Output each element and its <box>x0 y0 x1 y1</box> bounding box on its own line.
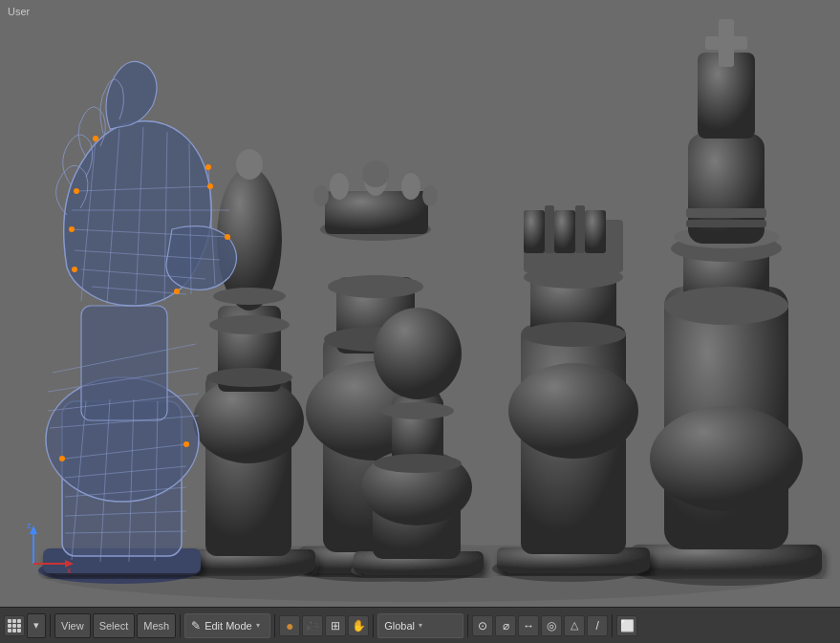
sphere-icon: ● <box>286 618 293 633</box>
proportional-icon[interactable]: ◎ <box>541 615 562 636</box>
select-menu-button[interactable]: Select <box>93 613 136 638</box>
shading-icon[interactable]: ● <box>279 615 300 636</box>
mesh-label: Mesh <box>143 620 169 632</box>
separator-6 <box>612 614 613 637</box>
transform-icon[interactable]: △ <box>564 615 585 636</box>
global-dropdown[interactable]: Global ▾ <box>377 613 463 638</box>
svg-rect-24 <box>554 210 575 253</box>
svg-point-41 <box>313 185 329 206</box>
svg-text:x: x <box>67 566 72 575</box>
svg-text:z: z <box>27 521 32 530</box>
view-label: View <box>61 620 84 632</box>
global-label: Global <box>384 620 415 632</box>
mirror-icon[interactable]: ↔ <box>518 615 539 636</box>
select-label: Select <box>99 620 129 632</box>
svg-point-92 <box>74 188 79 194</box>
separator-5 <box>467 614 468 637</box>
svg-point-19 <box>508 363 638 459</box>
svg-point-93 <box>207 183 213 189</box>
svg-point-28 <box>521 322 626 347</box>
svg-point-98 <box>183 441 189 447</box>
svg-point-97 <box>59 456 65 461</box>
svg-point-94 <box>69 226 75 232</box>
pan-icon[interactable]: ✋ <box>348 615 369 636</box>
svg-rect-15 <box>686 220 766 227</box>
slash-icon: / <box>595 619 598 632</box>
grid-menu-icon[interactable] <box>4 615 25 636</box>
separator-3 <box>274 614 275 637</box>
mode-label: Edit Mode <box>205 620 252 632</box>
svg-point-101 <box>205 164 211 170</box>
axis-indicator: z x <box>19 521 76 578</box>
mode-chevron-icon: ▾ <box>256 621 260 630</box>
triangle-icon: △ <box>571 619 578 632</box>
separator-2 <box>180 614 181 637</box>
mirror-arrows-icon: ↔ <box>523 619 534 632</box>
hand-icon: ✋ <box>352 619 366 632</box>
separator-1 <box>50 614 51 637</box>
mesh-menu-button[interactable]: Mesh <box>137 613 176 638</box>
viewport-icon: ⬜ <box>620 619 635 632</box>
edit-mode-icon: ✎ <box>191 619 201 632</box>
svg-point-53 <box>213 288 286 305</box>
svg-rect-14 <box>686 208 766 218</box>
view-menu-button[interactable]: View <box>54 613 91 638</box>
toolbar: ▾ View Select Mesh ✎ Edit Mode ▾ ● 🎥 ⊞ ✋… <box>0 607 840 643</box>
mode-dropdown[interactable]: ✎ Edit Mode ▾ <box>184 613 270 638</box>
svg-rect-27 <box>575 205 585 253</box>
chevron-down-icon: ▾ <box>33 619 39 632</box>
separator-4 <box>373 614 374 637</box>
global-chevron-icon: ▾ <box>419 621 422 630</box>
svg-rect-23 <box>524 210 545 253</box>
svg-rect-26 <box>545 205 554 253</box>
svg-point-60 <box>374 454 462 473</box>
svg-rect-25 <box>585 210 606 253</box>
svg-point-96 <box>72 267 77 272</box>
svg-point-9 <box>664 287 788 325</box>
svg-rect-66 <box>81 306 167 420</box>
svg-point-95 <box>225 234 230 240</box>
move-arrows-icon: ⊞ <box>331 619 340 632</box>
svg-point-5 <box>650 406 803 511</box>
snap-icon[interactable]: ⌀ <box>495 615 516 636</box>
camera-icon: 🎥 <box>306 619 319 632</box>
chess-scene <box>0 0 840 607</box>
svg-point-43 <box>362 161 389 187</box>
view-camera-icon[interactable]: ⬜ <box>616 615 637 636</box>
svg-point-49 <box>209 315 290 334</box>
viewport-user-label: User <box>8 6 30 17</box>
pivot-dot-icon: ⊙ <box>478 619 487 632</box>
viewport[interactable]: User z x <box>0 0 840 607</box>
svg-point-61 <box>374 308 462 399</box>
svg-point-59 <box>381 402 454 419</box>
render-icon[interactable]: 🎥 <box>302 615 323 636</box>
svg-point-42 <box>422 185 438 206</box>
svg-point-50 <box>206 368 292 387</box>
svg-point-52 <box>236 149 263 180</box>
pivot-icon[interactable]: ⊙ <box>472 615 493 636</box>
magnet-icon: ⌀ <box>503 619 509 632</box>
svg-point-99 <box>174 289 180 294</box>
move-icon[interactable]: ⊞ <box>325 615 346 636</box>
svg-point-34 <box>328 275 423 298</box>
circle-icon: ◎ <box>547 619 556 632</box>
svg-point-40 <box>401 173 420 200</box>
svg-rect-13 <box>705 36 747 50</box>
more-tools-icon[interactable]: / <box>587 615 608 636</box>
expand-button[interactable]: ▾ <box>27 613 46 638</box>
svg-point-100 <box>93 136 98 141</box>
svg-point-38 <box>330 173 349 200</box>
